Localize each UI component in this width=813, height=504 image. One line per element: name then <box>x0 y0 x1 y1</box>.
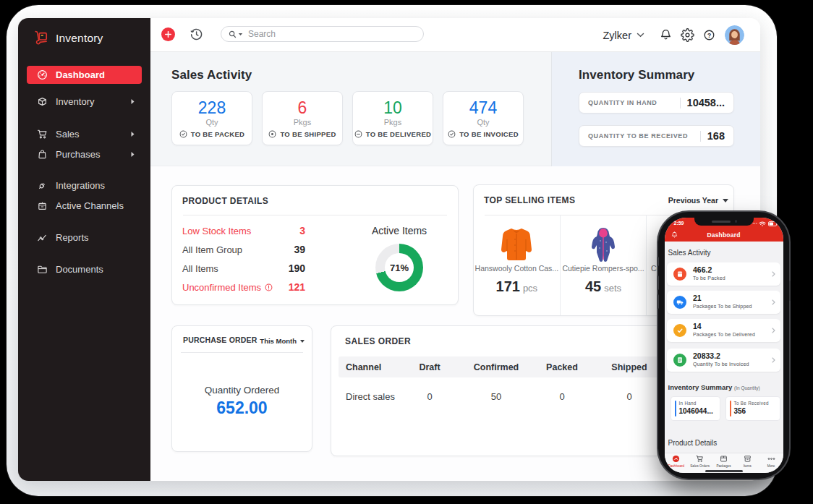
phone-to-be-packed-row[interactable]: 466.2 To be Packed <box>667 262 780 286</box>
to-be-delivered-value: 10 <box>383 99 402 116</box>
sidebar-item-inventory[interactable]: Inventory <box>27 91 142 111</box>
all-items-row: All Items 190 <box>182 259 305 278</box>
inventory-summary-title: Inventory Summary <box>579 68 694 82</box>
sidebar-item-label: Active Channels <box>56 200 124 211</box>
phone-to-be-shipped-row[interactable]: 21 Packages To be Shipped <box>667 291 780 314</box>
purchase-order-period-dropdown[interactable]: This Month <box>260 337 305 345</box>
help-icon[interactable]: ? <box>702 28 716 42</box>
phone-page-title: Dashboard <box>665 231 783 239</box>
sidebar-item-label: Documents <box>56 264 103 275</box>
tab-label: Items <box>744 464 752 468</box>
unconfirmed-items-value: 121 <box>289 281 305 293</box>
dashboard-tab-icon <box>672 455 680 463</box>
phone-invoiced-label: Quantity To be Invoiced <box>693 362 749 367</box>
chevron-down-icon <box>637 33 644 38</box>
quantity-in-hand-label: QUANTITY IN HAND <box>588 99 657 106</box>
phone-to-be-received-box: To Be Received 356 <box>725 396 780 421</box>
sidebar-item-reports[interactable]: Reports <box>27 227 142 247</box>
product-details-title: PRODUCT DETAILS <box>182 196 268 206</box>
phone-mute-switch <box>657 257 659 266</box>
low-stock-link[interactable]: Low Stock Items <box>182 226 251 236</box>
item-group-row: All Item Group 39 <box>182 240 305 259</box>
sidebar-item-active-channels[interactable]: Active Channels <box>27 195 142 215</box>
phone-invoiced-value: 20833.2 <box>693 351 720 360</box>
shipped-icon-badge <box>673 296 686 309</box>
org-name: Zylker <box>603 30 631 41</box>
phone-packed-label: To be Packed <box>693 276 725 281</box>
svg-text:?: ? <box>707 32 711 39</box>
accent-bar <box>730 401 732 417</box>
product-name: Cutiepie Rompers-spo... <box>561 264 647 273</box>
cell-confirmed: 50 <box>463 391 529 402</box>
package-icon <box>676 270 684 278</box>
plus-icon <box>165 31 171 38</box>
divider <box>181 352 303 353</box>
phone-shipped-label: Packages To be Shipped <box>693 304 752 309</box>
avatar-image <box>725 25 744 45</box>
to-be-shipped-card[interactable]: 6 Pkgs TO BE SHIPPED <box>262 91 343 145</box>
chart-line-icon <box>37 232 48 243</box>
to-be-invoiced-card[interactable]: 474 Qty TO BE INVOICED <box>443 91 524 145</box>
plug-icon <box>37 180 48 191</box>
tab-label: Sales Orders <box>690 464 710 468</box>
user-avatar[interactable] <box>725 25 744 45</box>
all-items-link[interactable]: All Items <box>182 263 218 274</box>
expand-arrow-icon <box>130 98 135 105</box>
sidebar-item-documents[interactable]: Documents <box>27 259 142 279</box>
chevron-right-icon <box>772 328 775 333</box>
items-tab-icon <box>744 455 752 463</box>
quantity-to-be-received-value: 168 <box>707 130 725 142</box>
to-be-packed-card[interactable]: 228 Qty TO BE PACKED <box>171 91 252 145</box>
global-search[interactable]: Search <box>221 26 424 42</box>
unit-label: Pkgs <box>384 118 401 127</box>
notifications-bell-icon[interactable] <box>659 28 673 42</box>
cell-draft: 0 <box>396 391 463 402</box>
to-be-received-value: 356 <box>734 407 746 415</box>
sidebar-item-integrations[interactable]: Integrations <box>27 175 142 195</box>
phone-power-button <box>789 281 791 301</box>
low-stock-value: 3 <box>299 225 305 236</box>
unconfirmed-items-link[interactable]: Unconfirmed Items <box>182 282 273 293</box>
check-icon <box>676 327 684 334</box>
phone-home-indicator[interactable] <box>705 470 743 472</box>
phone-packed-value: 466.2 <box>693 265 712 274</box>
caret-down-icon <box>300 340 305 343</box>
divider <box>183 215 447 215</box>
to-be-delivered-card[interactable]: 10 Pkgs TO BE DELIVERED <box>352 91 433 145</box>
settings-gear-icon[interactable] <box>681 28 694 42</box>
battery-icon <box>768 221 778 226</box>
sidebar: Inventory Dashboard Inventory Sales <box>18 18 150 481</box>
unit-label: Qty <box>205 118 218 127</box>
recent-history-button[interactable] <box>189 27 204 42</box>
sidebar-item-label: Reports <box>56 232 89 243</box>
to-be-invoiced-value: 474 <box>469 99 497 116</box>
phone-to-be-invoiced-row[interactable]: 20833.2 Quantity To be Invoiced <box>667 349 780 372</box>
expand-arrow-icon <box>130 131 135 137</box>
quick-create-button[interactable] <box>161 27 175 41</box>
sidebar-item-dashboard[interactable]: Dashboard <box>27 66 142 84</box>
expand-arrow-icon <box>130 151 135 158</box>
package-tab-icon <box>720 455 728 463</box>
top-selling-item[interactable]: Cutiepie Rompers-spo... 45sets <box>561 215 647 315</box>
all-item-group-link[interactable]: All Item Group <box>182 244 242 255</box>
invoiced-icon-badge <box>673 354 686 367</box>
invoice-icon <box>676 356 684 364</box>
column-packed: Packed <box>529 362 595 372</box>
quantity-in-hand-box: QUANTITY IN HAND 10458... <box>579 92 734 114</box>
sidebar-item-purchases[interactable]: Purchases <box>27 144 142 164</box>
product-photo-cardigan <box>496 225 537 264</box>
top-selling-period-dropdown[interactable]: Previous Year <box>668 196 728 205</box>
product-photo-romper <box>583 225 623 264</box>
phone-to-be-delivered-row[interactable]: 14 Packages To be Delivered <box>667 319 780 342</box>
chevron-right-icon <box>772 271 775 277</box>
cell-shipped: 0 <box>595 391 664 402</box>
truck-icon <box>676 299 684 306</box>
org-switcher[interactable]: Zylker <box>603 30 644 41</box>
product-qty: 171 <box>496 278 520 294</box>
top-selling-item[interactable]: Hanswooly Cotton Cas... 171pcs <box>474 215 561 315</box>
tab-dashboard[interactable]: Dashboard <box>665 453 689 473</box>
sidebar-item-sales[interactable]: Sales <box>27 124 142 144</box>
tab-more[interactable]: More <box>759 453 783 473</box>
column-channel: Channel <box>346 362 396 372</box>
card-label: TO BE INVOICED <box>459 130 519 138</box>
